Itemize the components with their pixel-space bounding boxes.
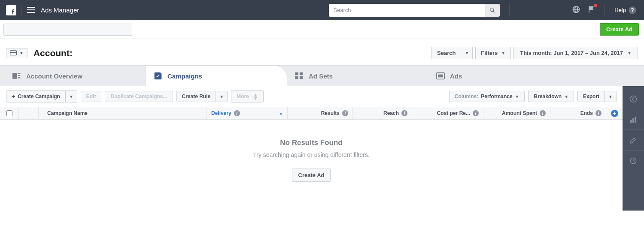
globe-icon[interactable]	[572, 5, 580, 15]
tab-label: Account Overview	[26, 72, 82, 80]
bar-chart-icon	[629, 116, 637, 124]
right-rail	[623, 86, 644, 211]
caret-down-icon: ▼	[627, 51, 632, 55]
info-icon: i	[540, 110, 546, 116]
svg-rect-3	[18, 73, 21, 74]
col-label: Amount Spent	[502, 110, 537, 116]
divider	[563, 4, 563, 16]
svg-rect-7	[300, 72, 303, 75]
create-ad-button[interactable]: Create Ad	[600, 23, 639, 36]
search-filter-dd[interactable]: ▼	[461, 47, 473, 59]
caret-down-icon: ▼	[465, 51, 469, 55]
app-title: Ads Manager	[41, 6, 79, 14]
campaign-toolbar: + Create Campaign ▼ Edit Duplicate Campa…	[0, 86, 623, 107]
more-label: More	[237, 93, 249, 99]
search-input[interactable]	[329, 4, 485, 17]
help-label: Help	[614, 7, 626, 13]
rail-edit-button[interactable]	[623, 130, 644, 151]
tab-label: Ads	[450, 72, 462, 80]
account-bar: ▼ Account: Search ▼ Filters ▼ This month…	[0, 39, 644, 65]
select-all-checkbox[interactable]	[6, 110, 12, 116]
account-selector-placeholder[interactable]	[3, 24, 132, 36]
col-label: Reach	[383, 110, 399, 116]
rail-performance-button[interactable]	[623, 109, 644, 130]
create-campaign-button[interactable]: + Create Campaign	[6, 90, 66, 102]
info-icon: i	[401, 110, 407, 116]
columns-value: Performance	[481, 93, 512, 99]
col-label: Delivery	[211, 110, 231, 116]
menu-icon[interactable]	[27, 5, 35, 15]
filters-button[interactable]: Filters ▼	[475, 47, 511, 59]
select-all-header[interactable]	[0, 107, 19, 119]
col-cost-per-result[interactable]: Cost per Re... i	[412, 107, 483, 119]
account-card-button[interactable]: ▼	[6, 48, 27, 58]
caret-down-icon: ▼	[515, 94, 519, 99]
tab-label: Ad Sets	[309, 72, 333, 80]
divider	[21, 4, 22, 16]
tab-ads[interactable]: Ads	[428, 66, 570, 86]
svg-rect-5	[18, 77, 21, 78]
col-label: Results	[321, 110, 340, 116]
svg-rect-4	[18, 75, 21, 76]
create-rule-button[interactable]: Create Rule	[176, 91, 216, 102]
svg-rect-0	[10, 51, 17, 55]
date-range-button[interactable]: This month: Jun 1, 2017 – Jun 24, 2017 ▼	[513, 47, 638, 59]
caret-down-icon: ▼	[69, 94, 73, 99]
tab-ad-sets[interactable]: Ad Sets	[287, 66, 428, 86]
svg-rect-9	[300, 76, 303, 79]
more-button[interactable]: More ▲▼	[231, 90, 264, 102]
top-navbar: Ads Manager Help ?	[0, 0, 644, 20]
help-icon: ?	[629, 6, 636, 14]
rail-collapse-button[interactable]	[623, 89, 644, 109]
card-icon	[10, 50, 17, 56]
col-label: Campaign Name	[47, 110, 88, 116]
main-area: + Create Campaign ▼ Edit Duplicate Campa…	[0, 86, 644, 211]
clock-icon	[629, 157, 637, 165]
caret-down-icon: ▼	[564, 94, 568, 99]
divider	[509, 4, 510, 16]
breakdown-button[interactable]: Breakdown ▼	[528, 91, 574, 102]
duplicate-button[interactable]: Duplicate Campaigns...	[105, 91, 173, 102]
sort-icon: ▲▼	[253, 93, 258, 100]
col-reach[interactable]: Reach i	[353, 107, 412, 119]
col-ends[interactable]: Ends i	[550, 107, 606, 119]
facebook-logo[interactable]	[6, 5, 16, 15]
col-campaign-name[interactable]: Campaign Name	[39, 107, 207, 119]
plus-icon: +	[12, 93, 15, 100]
col-amount-spent[interactable]: Amount Spent i	[483, 107, 550, 119]
sort-asc-icon: ▲	[279, 111, 283, 115]
tab-label: Campaigns	[167, 72, 202, 80]
date-range-label: This month: Jun 1, 2017 – Jun 24, 2017	[520, 50, 623, 56]
columns-button[interactable]: Columns: Performance ▼	[449, 91, 525, 102]
export-button[interactable]: Export	[577, 91, 605, 102]
col-results[interactable]: Results i	[288, 107, 353, 119]
tab-account-overview[interactable]: Account Overview	[4, 66, 146, 86]
tab-campaigns[interactable]: Campaigns	[146, 66, 287, 86]
empty-title: No Results Found	[0, 139, 623, 147]
global-search	[329, 4, 500, 17]
filters-label: Filters	[481, 50, 498, 56]
notification-badge	[594, 4, 597, 7]
create-campaign-dd[interactable]: ▼	[66, 90, 77, 102]
empty-create-ad-button[interactable]: Create Ad	[292, 169, 331, 182]
add-column-button[interactable]: +	[606, 107, 623, 119]
campaigns-icon	[154, 72, 162, 80]
search-button[interactable]	[485, 4, 500, 17]
help-link[interactable]: Help ?	[614, 6, 636, 14]
info-icon: i	[595, 110, 601, 116]
col-label: Ends	[580, 110, 593, 116]
search-filter-button[interactable]: Search	[431, 47, 461, 59]
sub-header: Create Ad	[0, 20, 644, 39]
caret-down-icon: ▼	[19, 51, 24, 55]
create-rule-dd[interactable]: ▼	[216, 91, 228, 102]
svg-rect-14	[633, 118, 634, 123]
svg-rect-6	[295, 72, 298, 75]
edit-button[interactable]: Edit	[81, 91, 102, 102]
export-dd[interactable]: ▼	[605, 91, 617, 102]
account-title: Account:	[33, 48, 73, 58]
notifications-flag-icon[interactable]	[587, 5, 596, 15]
rail-history-button[interactable]	[623, 151, 644, 171]
col-delivery[interactable]: Delivery i ▲	[207, 107, 288, 119]
overview-icon	[12, 72, 21, 80]
col-label: Cost per Re...	[437, 110, 470, 116]
